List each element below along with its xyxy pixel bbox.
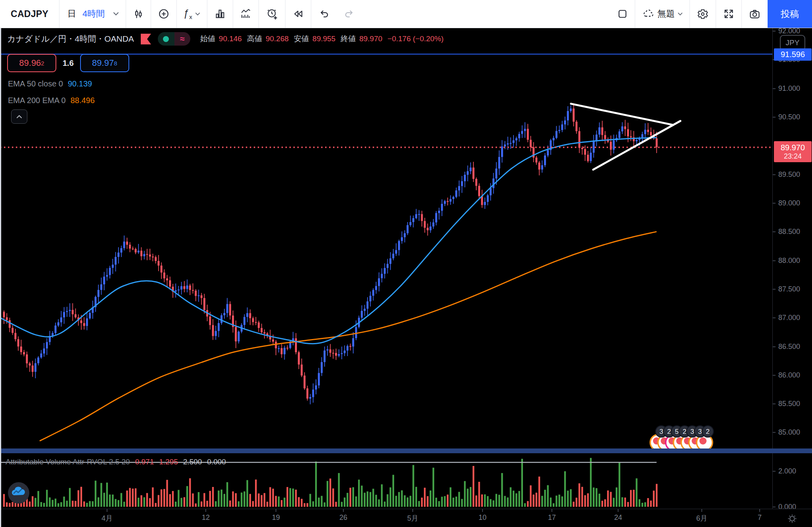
svg-text:5: 5 [675,428,678,435]
chart-cloud-logo-icon [8,482,30,504]
indicators-button[interactable]: ƒx [177,0,207,28]
flag-icon[interactable] [140,33,152,45]
chevron-down-icon [678,12,683,16]
alert-add-icon [266,8,278,20]
price-tick: 87.500 [773,285,812,293]
time-tick: 24 [614,509,622,522]
svg-text:3: 3 [690,428,694,435]
left-edge-strip [0,28,1,527]
volume-indicator-legend[interactable]: Attributable Volume Attr-RVOL 2.5 20 0.9… [6,457,226,467]
svg-text:2: 2 [706,428,709,435]
indicator-logo[interactable] [8,482,30,506]
price-tick: 85.500 [773,400,812,408]
toolbar-right: 無題 投稿 [610,0,812,28]
replay-button[interactable] [285,0,311,28]
price-tick: 86.500 [773,343,812,351]
ema200-legend-row[interactable]: EMA 200 EMA 0 88.496 [8,96,95,105]
chevron-down-icon [195,12,200,16]
pane-separator[interactable] [0,448,812,453]
save-layout-button[interactable]: 無題 [635,0,689,28]
rvol-value-3: 2.500 [183,458,202,466]
collapse-legend-button[interactable] [11,109,27,124]
redo-icon [343,8,355,20]
rvol-value-1: 0.971 [135,458,154,466]
layout-select-button[interactable] [610,0,635,28]
market-open-dot-icon [158,32,174,46]
open-label: 始値 [200,34,215,44]
toolbar-left: CADJPY 日 4時間 ƒx [0,0,362,28]
layout-icon [617,8,628,19]
price-tick: 88.000 [773,257,812,265]
price-tick: 88.500 [773,228,812,236]
scale-settings-button[interactable] [784,512,800,525]
price-tick: 87.000 [773,314,812,322]
interval-menu-button[interactable] [106,0,126,28]
top-toolbar: CADJPY 日 4時間 ƒx [0,0,812,28]
screenshot-button[interactable] [742,0,768,28]
camera-icon [749,8,761,20]
settings-button[interactable] [690,0,716,28]
buy-button[interactable]: 89.978 [80,54,129,72]
cloud-icon [642,8,655,20]
interval-active-button[interactable]: 4時間 [81,8,106,20]
close-value: 89.970 [359,34,382,43]
time-tick: 26 [339,509,347,522]
forecast-button[interactable] [233,0,259,28]
last-price-value: 89.970 [781,143,805,152]
rvol-value-4: 0.000 [207,458,226,466]
bar-countdown: 23:24 [784,152,802,161]
time-tick: 4月 [102,509,113,523]
volume-tick: 2.000 [773,467,812,475]
change-value: −0.176 (−0.20%) [387,34,444,43]
compare-add-icon [158,8,170,20]
time-scale[interactable]: 4月1219265月1017246月7 [0,509,812,527]
price-tick: 85.000 [773,428,812,437]
fullscreen-icon [723,8,735,20]
rvol-value-2: 1.295 [159,458,178,466]
price-tick: 91.000 [773,84,812,93]
ohlc-readout: 始値90.146 高値90.268 安値89.955 終値89.970 −0.1… [200,34,444,44]
sun-icon [787,513,798,524]
svg-text:3: 3 [659,428,663,435]
chart-legend: カナダドル／円・4時間・OANDA ≈ 始値90.146 高値90.268 安値… [7,32,444,46]
compare-button[interactable] [151,0,176,28]
time-tick: 19 [272,509,280,522]
ema50-legend-row[interactable]: EMA 50 close 0 90.139 [8,79,92,88]
indicators-fx-icon: ƒx [184,8,192,20]
undo-icon [318,8,330,20]
price-tick: 89.000 [773,199,812,207]
bar-chart-icon [214,8,226,20]
redo-button[interactable] [337,0,362,28]
market-status-pill[interactable]: ≈ [158,32,190,46]
time-tick: 10 [479,509,486,522]
price-tick: 86.000 [773,371,812,379]
chevron-up-icon [16,115,22,119]
alert-button[interactable] [259,0,285,28]
price-chart-svg[interactable] [0,28,772,448]
ema200-label: EMA 200 EMA 0 [8,96,66,105]
ema200-value: 88.496 [71,96,95,105]
time-tick: 5月 [407,509,418,523]
fullscreen-button[interactable] [716,0,741,28]
close-label: 終値 [341,34,356,44]
price-tick: 89.500 [773,171,812,179]
svg-text:2: 2 [683,428,686,435]
symbol-button[interactable]: CADJPY [0,9,59,19]
chart-style-button[interactable] [126,0,151,28]
time-tick: 17 [548,509,556,522]
ema50-label: EMA 50 close 0 [8,79,63,88]
svg-text:3: 3 [698,428,702,435]
publish-button[interactable]: 投稿 [768,0,812,28]
last-price-label: 89.970 23:24 [774,141,812,162]
sell-button[interactable]: 89.962 [7,54,56,72]
legend-title-row[interactable]: カナダドル／円・4時間・OANDA ≈ 始値90.146 高値90.268 安値… [7,32,444,46]
ema50-value: 90.139 [68,79,92,88]
volume-indicator-label: Attributable Volume Attr-RVOL 2.5 20 [6,458,130,466]
undo-button[interactable] [311,0,337,28]
candles-icon [133,8,144,19]
replay-icon [292,8,304,20]
time-tick: 12 [202,509,210,522]
alert-line-price-label: 91.596 [774,48,812,61]
indicator-templates-button[interactable] [207,0,233,28]
interval-day-button[interactable]: 日 [59,8,81,20]
